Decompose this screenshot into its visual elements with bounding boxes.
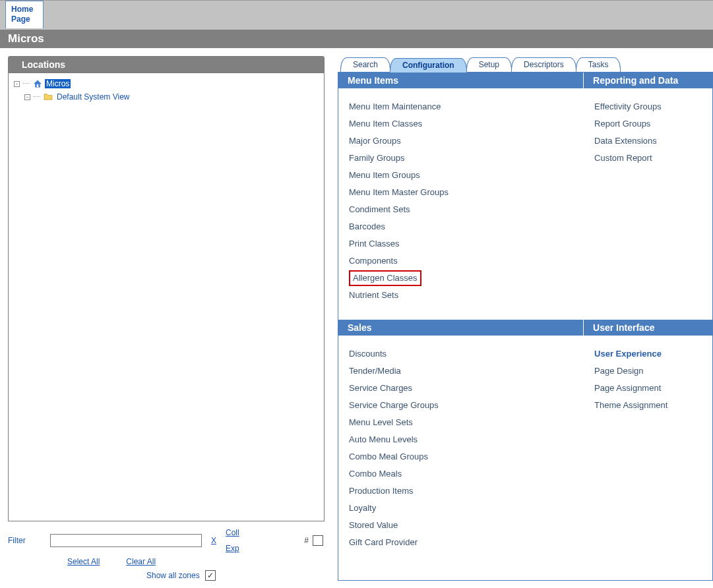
svg-rect-0 — [37, 84, 39, 87]
window-tab-strip: HomePage — [0, 0, 713, 30]
tree-child-row[interactable]: - Default System View — [24, 90, 320, 103]
menu-items-header: Menu Items — [338, 73, 584, 89]
config-link[interactable]: Combo Meals — [349, 465, 573, 483]
section-row-1: Menu Items Menu Item MaintenanceMenu Ite… — [338, 73, 712, 320]
config-link[interactable]: Effectivity Groups — [594, 98, 702, 115]
config-link[interactable]: Menu Item Classes — [349, 115, 573, 132]
tree-child-label[interactable]: Default System View — [55, 92, 131, 102]
expander-icon[interactable]: - — [14, 81, 20, 87]
locations-header: Locations — [8, 56, 325, 73]
config-link[interactable]: Auto Menu Levels — [349, 431, 573, 448]
clear-all-link[interactable]: Clear All — [126, 557, 156, 566]
reporting-header: Reporting and Data — [584, 73, 712, 89]
section-ui: User Interface User ExperiencePage Desig… — [584, 320, 712, 567]
ui-list: User ExperiencePage DesignPage Assignmen… — [584, 336, 712, 430]
tree-connector — [34, 96, 40, 98]
config-link[interactable]: Condiment Sets — [349, 201, 573, 218]
home-page-tab[interactable]: HomePage — [5, 1, 44, 28]
tab-descriptors[interactable]: Descriptors — [511, 57, 576, 72]
config-link[interactable]: Family Groups — [349, 150, 573, 167]
location-tree: - Micros - — [13, 77, 320, 103]
config-link[interactable]: Nutrient Sets — [349, 287, 573, 304]
config-link[interactable]: Print Classes — [349, 235, 573, 252]
hash-checkbox[interactable] — [313, 535, 323, 546]
config-link[interactable]: Gift Card Provider — [349, 534, 573, 551]
sales-list: DiscountsTender/MediaService ChargesServ… — [338, 336, 584, 567]
config-link[interactable]: Custom Report — [594, 150, 702, 167]
config-link[interactable]: Menu Level Sets — [349, 414, 573, 431]
tab-tasks[interactable]: Tasks — [576, 57, 621, 72]
show-all-zones-checkbox[interactable]: ✓ — [205, 570, 216, 581]
config-link[interactable]: Allergen Classes — [349, 270, 573, 287]
menu-items-list: Menu Item MaintenanceMenu Item ClassesMa… — [338, 89, 584, 320]
tree-root-label[interactable]: Micros — [45, 79, 71, 88]
config-link[interactable]: Data Extensions — [594, 132, 702, 150]
config-link[interactable]: Service Charge Groups — [349, 397, 573, 414]
hash-label: # — [304, 536, 309, 545]
tree-connector — [23, 83, 30, 84]
config-link[interactable]: Major Groups — [349, 132, 573, 150]
expand-link[interactable]: Exp — [226, 544, 239, 553]
filter-input[interactable] — [50, 534, 202, 547]
config-link[interactable]: Tender/Media — [349, 363, 573, 380]
config-link[interactable]: Loyalty — [349, 500, 573, 517]
config-link[interactable]: Production Items — [349, 483, 573, 500]
tab-search[interactable]: Search — [340, 57, 390, 72]
collapse-link[interactable]: Coll — [226, 528, 239, 537]
config-link[interactable]: Combo Meal Groups — [349, 448, 573, 465]
section-menu-items: Menu Items Menu Item MaintenanceMenu Ite… — [338, 73, 584, 320]
filter-label: Filter — [8, 536, 41, 545]
filter-bar: Filter X Coll Exp # Select All Clear All — [8, 521, 325, 581]
hash-check-group: # — [304, 535, 323, 546]
config-link[interactable]: Service Charges — [349, 380, 573, 397]
title-text: Micros — [8, 32, 44, 45]
config-link[interactable]: Discounts — [349, 345, 573, 363]
show-all-zones-label: Show all zones — [146, 571, 200, 580]
section-reporting: Reporting and Data Effectivity GroupsRep… — [584, 73, 712, 320]
clear-filter-x[interactable]: X — [211, 536, 216, 545]
tab-setup[interactable]: Setup — [466, 57, 512, 72]
coll-exp-group: Coll Exp — [226, 528, 239, 553]
tab-configuration[interactable]: Configuration — [390, 58, 467, 73]
config-link[interactable]: Menu Item Groups — [349, 167, 573, 184]
expander-icon[interactable]: - — [24, 94, 30, 100]
reporting-list: Effectivity GroupsReport GroupsData Exte… — [584, 89, 712, 183]
tree-root-row[interactable]: - Micros — [14, 77, 320, 90]
left-column: Locations - Micros — [8, 56, 325, 581]
select-all-link[interactable]: Select All — [67, 557, 100, 566]
config-link[interactable]: Theme Assignment — [594, 397, 702, 414]
tree-panel[interactable]: - Micros - — [8, 73, 325, 521]
configuration-body: Menu Items Menu Item MaintenanceMenu Ite… — [338, 72, 713, 581]
config-link[interactable]: Page Assignment — [594, 380, 702, 397]
config-link[interactable]: Menu Item Maintenance — [349, 98, 573, 115]
section-row-2: Sales DiscountsTender/MediaService Charg… — [338, 320, 712, 567]
config-link[interactable]: Page Design — [594, 363, 702, 380]
section-sales: Sales DiscountsTender/MediaService Charg… — [338, 320, 584, 567]
show-zones-row: Show all zones ✓ — [8, 570, 323, 581]
config-link[interactable]: Components — [349, 252, 573, 270]
ui-header: User Interface — [584, 320, 712, 336]
house-icon — [33, 79, 42, 88]
config-link[interactable]: User Experience — [594, 345, 702, 363]
app-window: HomePage Micros Locations - Micros — [0, 0, 713, 588]
filter-row: Filter X Coll Exp # — [8, 528, 323, 553]
nav-tabs: Search Configuration Setup Descriptors T… — [338, 56, 713, 72]
title-bar: Micros — [0, 30, 713, 48]
right-column: Search Configuration Setup Descriptors T… — [338, 56, 713, 581]
folder-icon — [44, 93, 53, 101]
main-content: Locations - Micros — [0, 48, 713, 581]
config-link[interactable]: Menu Item Master Groups — [349, 184, 573, 201]
config-link[interactable]: Report Groups — [594, 115, 702, 132]
sales-header: Sales — [338, 320, 584, 336]
filter-links-row: Select All Clear All — [8, 557, 323, 566]
config-link[interactable]: Barcodes — [349, 218, 573, 235]
config-link[interactable]: Stored Value — [349, 517, 573, 534]
